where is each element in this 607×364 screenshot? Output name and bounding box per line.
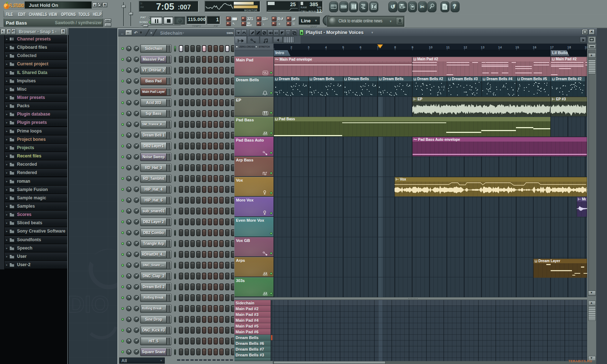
svg-text:DIO: DIO xyxy=(68,291,109,317)
